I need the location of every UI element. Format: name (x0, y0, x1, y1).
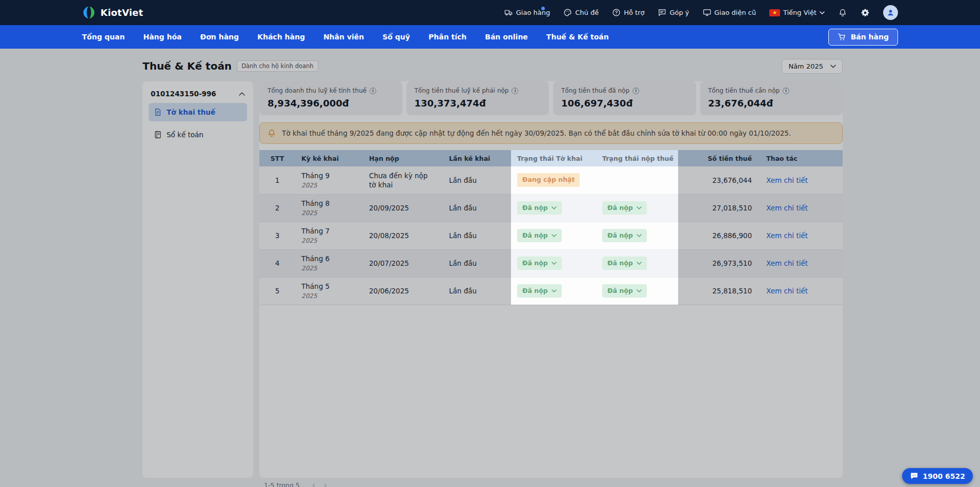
declaration-status-dropdown[interactable]: Đã nộp (517, 229, 562, 243)
support-hotline-label: 1900 6522 (923, 472, 965, 480)
payment-status-dropdown[interactable]: Đã nộp (602, 229, 647, 243)
body-row: 0101243150-996 Tờ khai thuế Sổ kế toán (142, 81, 843, 478)
prev-page-button[interactable]: ‹ (312, 481, 316, 487)
declaration-status-cell: Đã nộp (511, 249, 596, 277)
info-icon[interactable]: i (632, 88, 639, 94)
amount-cell: 25,818,510 (678, 277, 760, 305)
user-avatar[interactable] (883, 5, 898, 20)
sell-button[interactable]: Bán hàng (828, 29, 898, 46)
payment-status-cell: Đã nộp (596, 249, 678, 277)
detail-link[interactable]: Xem chi tiết (766, 176, 808, 184)
content: Thuế & Kế toán Dành cho hộ kinh doanh Nă… (142, 57, 843, 487)
stat-value: 8,934,396,000đ (268, 98, 394, 109)
payment-status-dropdown[interactable]: Đã nộp (602, 257, 647, 270)
column-header-period: Kỳ kê khai (295, 150, 363, 166)
nav-item-so-quy[interactable]: Sổ quỹ (382, 33, 410, 41)
payment-status-dropdown[interactable]: Đã nộp (602, 201, 647, 215)
payment-status-cell (596, 166, 678, 194)
business-type-badge: Dành cho hộ kinh doanh (237, 60, 318, 72)
period-cell: Tháng 7 2025 (295, 222, 363, 249)
vietnam-flag-icon: ★ (769, 9, 780, 16)
stats-row: Tổng doanh thu luỹ kế tính thuế i 8,934,… (259, 81, 843, 115)
year-select-value: Năm 2025 (788, 62, 823, 70)
info-icon[interactable]: i (512, 88, 518, 94)
topbar-item-ho-tro[interactable]: Hỗ trợ (612, 8, 644, 17)
sidebar-item-label: Sổ kế toán (167, 131, 203, 139)
support-hotline-button[interactable]: 1900 6522 (902, 468, 973, 484)
chevron-up-icon (239, 92, 245, 96)
notifications-button[interactable] (838, 8, 847, 17)
action-cell: Xem chi tiết (760, 277, 843, 305)
table-header-row: STT Kỳ kê khai Hạn nộp Lần kê khai Trạng… (259, 150, 843, 166)
settings-button[interactable] (861, 8, 870, 17)
payment-status-cell: Đã nộp (596, 194, 678, 222)
detail-link[interactable]: Xem chi tiết (766, 259, 808, 267)
tax-declaration-document-icon (154, 108, 162, 116)
deadline-cell: 20/09/2025 (363, 194, 443, 222)
topbar-item-label: Góp ý (669, 9, 689, 16)
help-circle-icon (612, 8, 621, 17)
info-icon[interactable]: i (370, 88, 376, 94)
column-header-attempt: Lần kê khai (443, 150, 511, 166)
year-select[interactable]: Năm 2025 (782, 59, 843, 74)
nav-item-phan-tich[interactable]: Phân tích (428, 33, 466, 41)
detail-link[interactable]: Xem chi tiết (766, 204, 808, 212)
nav-item-hang-hoa[interactable]: Hàng hóa (143, 33, 181, 41)
stat-value: 23,676,044đ (708, 98, 835, 109)
sidebar-item-to-khai-thue[interactable]: Tờ khai thuế (149, 103, 247, 121)
detail-link[interactable]: Xem chi tiết (766, 287, 808, 295)
language-selector[interactable]: ★ Tiếng Việt (769, 9, 825, 16)
brand[interactable]: KiotViet (82, 6, 143, 19)
action-cell: Xem chi tiết (760, 194, 843, 222)
topbar-item-giao-dien-cu[interactable]: Giao diện cũ (703, 8, 756, 17)
attempt-cell: Lần đầu (443, 166, 511, 194)
action-cell: Xem chi tiết (760, 166, 843, 194)
status-label: Đã nộp (607, 259, 633, 268)
status-badge-updating: Đang cập nhật (517, 173, 580, 187)
main-panel: Tổng doanh thu luỹ kế tính thuế i 8,934,… (259, 81, 843, 478)
payment-status-dropdown[interactable]: Đã nộp (602, 284, 647, 298)
period-year: 2025 (301, 209, 357, 217)
tax-code-header[interactable]: 0101243150-996 (149, 89, 247, 99)
stat-label-row: Tổng doanh thu luỹ kế tính thuế i (268, 87, 394, 94)
status-label: Đã nộp (607, 231, 633, 240)
main-nav: Tổng quan Hàng hóa Đơn hàng Khách hàng N… (0, 25, 980, 49)
attempt-cell: Lần đầu (443, 194, 511, 222)
stat-label-row: Tổng tiền thuế luỹ kế phải nộp i (415, 87, 541, 94)
info-icon[interactable]: i (783, 88, 789, 94)
chevron-down-icon (552, 262, 557, 265)
declaration-status-dropdown[interactable]: Đã nộp (517, 284, 562, 298)
stt-cell: 1 (259, 166, 295, 194)
chevron-down-icon (830, 65, 836, 68)
topbar-item-chu-de[interactable]: Chủ đề (563, 8, 599, 17)
topbar-item-giao-hang[interactable]: Giao hàng (504, 8, 550, 17)
status-label: Đang cập nhật (522, 176, 575, 184)
stt-cell: 4 (259, 249, 295, 277)
sidebar-item-so-ke-toan[interactable]: Sổ kế toán (149, 125, 247, 144)
detail-link[interactable]: Xem chi tiết (766, 231, 808, 240)
next-page-button[interactable]: › (323, 481, 327, 487)
nav-item-thue-ke-toan[interactable]: Thuế & Kế toán (546, 33, 609, 41)
column-header-declaration-status: Trạng thái Tờ khai (511, 150, 596, 166)
chevron-down-icon (552, 289, 557, 292)
chevron-down-icon (820, 11, 825, 14)
period-year: 2025 (301, 181, 357, 189)
topbar-item-gop-y[interactable]: Góp ý (658, 8, 689, 17)
person-icon (886, 8, 895, 17)
notification-dot (541, 7, 545, 10)
nav-item-khach-hang[interactable]: Khách hàng (257, 33, 305, 41)
nav-item-tong-quan[interactable]: Tổng quan (82, 33, 125, 41)
nav-item-don-hang[interactable]: Đơn hàng (200, 33, 239, 41)
bell-icon (838, 8, 847, 17)
period-cell: Tháng 6 2025 (295, 249, 363, 277)
declaration-status-dropdown[interactable]: Đã nộp (517, 201, 562, 215)
chevron-down-icon (637, 262, 642, 265)
declaration-status-cell: Đã nộp (511, 277, 596, 305)
period-month: Tháng 7 (301, 226, 357, 236)
nav-item-ban-online[interactable]: Bán online (485, 33, 528, 41)
status-label: Đã nộp (522, 287, 548, 295)
stt-cell: 2 (259, 194, 295, 222)
nav-item-nhan-vien[interactable]: Nhân viên (323, 33, 364, 41)
declaration-status-dropdown[interactable]: Đã nộp (517, 257, 562, 270)
pagination-buttons: ‹ › (312, 481, 328, 487)
